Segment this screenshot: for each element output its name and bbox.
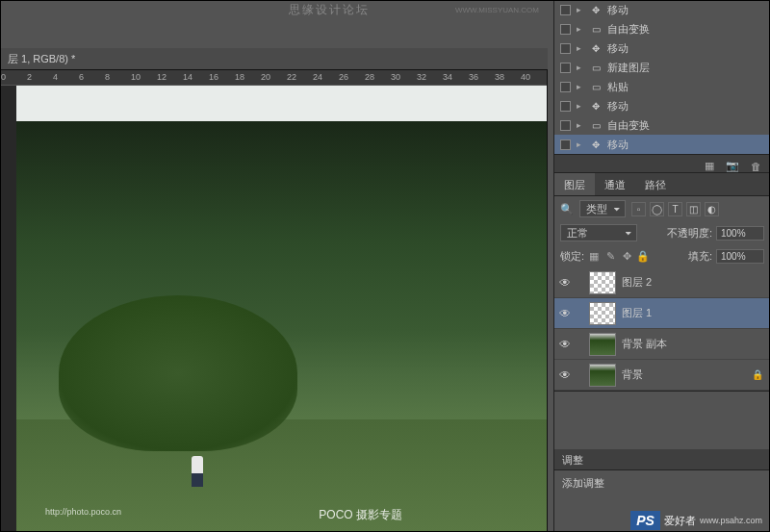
history-step-label: 新建图层 xyxy=(607,61,650,75)
layer-thumbnail[interactable] xyxy=(589,333,616,356)
canvas[interactable]: POCO 摄影专题 http://photo.poco.cn xyxy=(16,86,547,531)
layer-name[interactable]: 背景 副本 xyxy=(622,337,667,351)
lock-transparent-icon[interactable]: ▦ xyxy=(587,249,601,263)
layer-name[interactable]: 图层 2 xyxy=(622,275,652,290)
history-checkbox[interactable] xyxy=(560,139,571,150)
image-tree xyxy=(59,295,297,451)
history-arrow-icon: ▸ xyxy=(577,43,584,53)
history-step-icon: ▭ xyxy=(590,23,602,35)
canvas-image: POCO 摄影专题 http://photo.poco.cn xyxy=(16,86,547,531)
lock-position-icon[interactable]: ✥ xyxy=(620,249,633,263)
history-panel: ▸ ✥ 移动 ▸ ▭ 自由变换 ▸ ✥ 移动 ▸ ▭ 新建图层 ▸ ▭ 粘贴 ▸… xyxy=(554,0,770,173)
history-step-icon: ✥ xyxy=(590,100,602,112)
lock-label: 锁定: xyxy=(560,249,584,264)
history-item[interactable]: ▸ ✥ 移动 xyxy=(554,0,770,19)
ruler-mark: 12 xyxy=(157,72,167,82)
adjustments-tab[interactable]: 调整 xyxy=(554,449,770,470)
layer-item[interactable]: 👁 图层 1 xyxy=(554,298,770,329)
history-item[interactable]: ▸ ✥ 移动 xyxy=(554,38,770,58)
layer-visibility-icon[interactable]: 👁 xyxy=(558,368,572,382)
tab-channels[interactable]: 通道 xyxy=(595,173,635,195)
history-checkbox[interactable] xyxy=(560,24,571,35)
document-window: 0246810121416182022242628303234363840 PO… xyxy=(0,69,548,532)
blend-mode-dropdown[interactable]: 正常 xyxy=(560,224,637,241)
right-panel-group: ▸ ✥ 移动 ▸ ▭ 自由变换 ▸ ✥ 移动 ▸ ▭ 新建图层 ▸ ▭ 粘贴 ▸… xyxy=(553,0,770,532)
layer-item[interactable]: 👁 背景 🔒 xyxy=(554,360,770,391)
filter-adjust-icon[interactable]: ◯ xyxy=(650,202,664,216)
history-step-icon: ▭ xyxy=(590,119,602,131)
layer-name[interactable]: 图层 1 xyxy=(622,306,652,320)
ruler-mark: 22 xyxy=(287,72,296,82)
history-arrow-icon: ▸ xyxy=(577,139,584,149)
fill-input[interactable]: 100% xyxy=(716,249,764,264)
lock-all-icon[interactable]: 🔒 xyxy=(636,249,650,263)
history-arrow-icon: ▸ xyxy=(577,120,584,130)
ruler-mark: 6 xyxy=(79,72,84,82)
ruler-mark: 24 xyxy=(313,72,322,82)
ruler-mark: 16 xyxy=(209,72,218,82)
history-item[interactable]: ▸ ✥ 移动 xyxy=(554,96,770,115)
ps-text: 爱好者 xyxy=(664,514,696,528)
layer-filter-dropdown[interactable]: 类型 xyxy=(579,200,626,217)
fill-label: 填充: xyxy=(688,249,712,264)
filter-smart-icon[interactable]: ◐ xyxy=(705,202,719,216)
history-arrow-icon: ▸ xyxy=(577,63,584,72)
layer-item[interactable]: 👁 图层 2 xyxy=(554,267,770,298)
history-snapshot-icon[interactable]: 📷 xyxy=(726,160,739,173)
layers-panel-tabs: 图层 通道 路径 xyxy=(554,173,770,196)
ruler-mark: 26 xyxy=(339,72,348,82)
history-item[interactable]: ▸ ▭ 新建图层 xyxy=(554,58,770,77)
history-step-icon: ✥ xyxy=(590,139,602,150)
ruler-mark: 10 xyxy=(131,72,141,82)
watermark-poco: POCO 摄影专题 xyxy=(319,507,402,523)
lock-pixels-icon[interactable]: ✎ xyxy=(603,249,617,263)
layer-thumbnail[interactable] xyxy=(589,271,616,294)
layer-visibility-icon[interactable]: 👁 xyxy=(558,276,572,290)
ps-url: www.psahz.com xyxy=(700,516,762,525)
ruler-mark: 28 xyxy=(365,72,374,82)
history-checkbox[interactable] xyxy=(560,63,571,73)
layer-visibility-icon[interactable]: 👁 xyxy=(558,307,572,320)
history-item[interactable]: ▸ ✥ 移动 xyxy=(554,135,770,154)
history-arrow-icon: ▸ xyxy=(577,24,584,34)
history-step-label: 移动 xyxy=(607,138,629,152)
ruler-mark: 32 xyxy=(417,72,426,82)
history-step-label: 移动 xyxy=(607,41,629,56)
history-step-label: 移动 xyxy=(607,99,629,114)
history-checkbox[interactable] xyxy=(560,5,571,15)
history-arrow-icon: ▸ xyxy=(577,101,584,111)
layer-thumbnail[interactable] xyxy=(589,364,616,387)
history-delete-icon[interactable]: 🗑 xyxy=(749,160,762,173)
history-item[interactable]: ▸ ▭ 自由变换 xyxy=(554,115,770,135)
history-step-icon: ▭ xyxy=(590,81,602,92)
opacity-input[interactable]: 100% xyxy=(716,226,764,241)
ruler-mark: 30 xyxy=(391,72,400,82)
watermark-top-title: 思缘设计论坛 xyxy=(289,2,370,18)
layer-item[interactable]: 👁 背景 副本 xyxy=(554,329,770,360)
history-checkbox[interactable] xyxy=(560,101,571,112)
filter-shape-icon[interactable]: ◫ xyxy=(686,202,701,216)
ruler-mark: 14 xyxy=(183,72,192,82)
history-item[interactable]: ▸ ▭ 粘贴 xyxy=(554,77,770,96)
layer-visibility-icon[interactable]: 👁 xyxy=(558,338,572,351)
layer-name[interactable]: 背景 xyxy=(622,367,643,382)
history-checkbox[interactable] xyxy=(560,120,571,131)
document-tab[interactable]: 层 1, RGB/8) * xyxy=(0,48,548,70)
history-checkbox[interactable] xyxy=(560,82,571,92)
ruler-mark: 2 xyxy=(27,72,32,82)
image-person xyxy=(192,456,203,487)
layer-thumbnail[interactable] xyxy=(589,302,616,325)
ruler-mark: 8 xyxy=(105,72,110,82)
filter-pixel-icon[interactable]: ▫ xyxy=(631,202,646,216)
ruler-mark: 4 xyxy=(53,72,58,82)
history-new-doc-icon[interactable]: ▦ xyxy=(703,160,716,173)
ruler-mark: 20 xyxy=(261,72,270,82)
history-item[interactable]: ▸ ▭ 自由变换 xyxy=(554,19,770,38)
filter-text-icon[interactable]: T xyxy=(668,202,682,216)
document-title: 层 1, RGB/8) * xyxy=(8,52,75,66)
tab-paths[interactable]: 路径 xyxy=(635,173,676,195)
watermark-poco-url: http://photo.poco.cn xyxy=(45,507,121,517)
history-checkbox[interactable] xyxy=(560,43,571,54)
tab-layers[interactable]: 图层 xyxy=(554,173,595,195)
history-step-icon: ▭ xyxy=(590,62,602,73)
